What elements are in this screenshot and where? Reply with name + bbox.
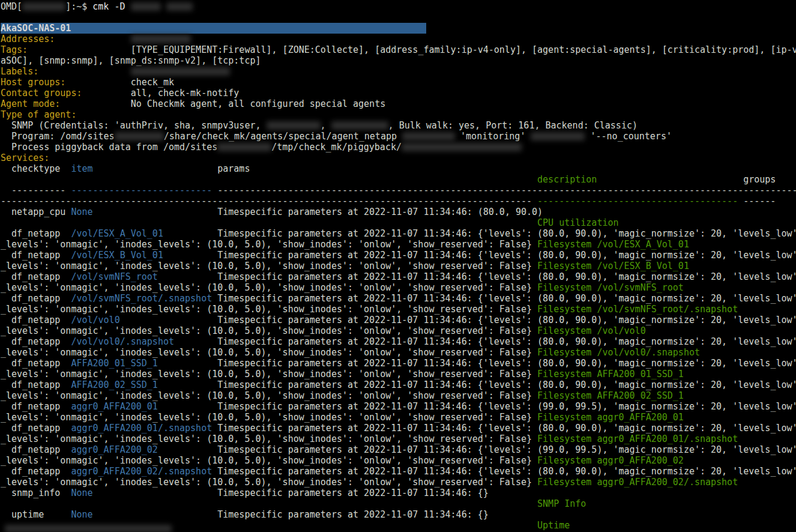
cell-description: Filesystem aggr0_AFFA200_01/.snapshot [537,434,738,444]
cell-params: Timespecific parameters at 2022-11-07 11… [217,379,796,390]
cell-description: CPU utilization [537,217,618,228]
service-row-wrap: _levels': 'onmagic', 'inodes_levels': (1… [1,412,796,423]
service-row-wrap: _levels': 'onmagic', 'inodes_levels': (1… [1,369,796,379]
cell-checktype: df_netapp [1,466,71,477]
agent-piggyback-line: Process piggyback data from /omd/sites/t… [1,142,796,153]
terminal-text [65,77,130,88]
col-header-checktype: checktype [1,163,71,174]
cell-params-continuation: _levels': 'onmagic', 'inodes_levels': (1… [1,369,537,379]
cell-params-continuation: _levels': 'onmagic', 'inodes_levels': (1… [1,282,537,293]
cell-params: Timespecific parameters at 2022-11-07 11… [217,293,796,304]
attr-value-agent-mode: No Checkmk agent, all configured special… [131,98,385,109]
service-row: df_netapp aggr0_AFFA200_02/.snapshot Tim… [1,466,796,477]
cell-params-continuation: _levels': 'onmagic', 'inodes_levels': (1… [1,325,537,336]
service-row: uptime None Timespecific parameters at 2… [1,509,796,520]
service-row-wrap: _levels': 'onmagic', 'inodes_levels': (1… [1,261,796,271]
service-row-wrap: _levels': 'onmagic', 'inodes_levels': (1… [1,434,796,444]
cell-params: Timespecific parameters at 2022-11-07 11… [217,271,796,282]
services-header-wrap: description groups [1,174,796,185]
cell-checktype: df_netapp [1,379,71,390]
separator-description: ------------------------------------- [537,196,738,207]
redacted-credential [331,121,388,130]
separator-checktype: ---------- [1,185,71,196]
attr-contact-groups: Contact groups: all, check-mk-notify [1,88,796,98]
service-row-wrap: CPU utilization [1,217,796,228]
host-header-line: AkaSOC-NAS-01 [1,23,796,34]
cell-checktype: df_netapp [1,358,71,369]
service-row-wrap: _levels': 'onmagic', 'inodes_levels': (1… [1,239,796,250]
cell-item: /vol/svmNFS_root/.snapshot [71,293,217,304]
cell-item: None [71,488,217,498]
attr-type-of-agent: Type of agent: [1,109,796,120]
services-separator-wrap: ----------------------------------------… [1,196,796,207]
cell-checktype: df_netapp [1,423,71,434]
cell-item: /vol/svmNFS_root [71,271,217,282]
col-header-item: item [71,163,217,174]
redacted-site-name [115,132,164,141]
cell-params-continuation [1,498,537,509]
cell-params: Timespecific parameters at 2022-11-07 11… [217,401,796,412]
attr-value-host-groups: check_mk [131,77,174,88]
service-row: df_netapp AFFA200_01_SSD_1 Timespecific … [1,358,796,369]
cell-item: aggr0_AFFA200_02 [71,444,217,455]
cell-item: None [71,509,217,520]
cell-params-continuation: _levels': 'onmagic', 'inodes_levels': (1… [1,412,537,423]
cell-params-continuation: _levels': 'onmagic', 'inodes_levels': (1… [1,239,537,250]
service-row-wrap: _levels': 'onmagic', 'inodes_levels': (1… [1,455,796,466]
attr-label-type-of-agent: Type of agent: [1,109,76,120]
attr-label-agent-mode: Agent mode: [1,98,60,109]
cell-item: aggr0_AFFA200_01 [71,401,217,412]
cell-params: Timespecific parameters at 2022-11-07 11… [217,336,796,347]
service-row: df_netapp /vol/svmNFS_root Timespecific … [1,271,796,282]
cell-checktype: netapp_cpu [1,207,71,217]
cell-checktype: df_netapp [1,444,71,455]
attr-agent-mode: Agent mode: No Checkmk agent, all config… [1,98,796,109]
attr-labels: Labels: [1,66,796,77]
agent-program-text: Program: /omd/sites [1,131,115,142]
agent-program-flag: '--no_counters' [585,131,672,142]
agent-piggyback-path: /tmp/check_mk/piggyback/ [271,142,402,153]
cell-params: Timespecific parameters at 2022-11-07 11… [217,488,489,498]
cell-description: Uptime [537,520,570,531]
cell-checktype: df_netapp [1,336,71,347]
cell-params-continuation: _levels': 'onmagic', 'inodes_levels': (1… [1,261,537,271]
service-row-wrap: _levels': 'onmagic', 'inodes_levels': (1… [1,325,796,336]
service-row-wrap: _levels': 'onmagic', 'inodes_levels': (1… [1,304,796,315]
attr-tags-wrap: aSOC], [snmp:snmp], [snmp_ds:snmp-v2], [… [1,55,796,66]
cell-params-continuation: _levels': 'onmagic', 'inodes_levels': (1… [1,434,537,444]
agent-piggyback-text: Process piggyback data from /omd/sites [1,142,217,153]
service-row: df_netapp /vol/vol0/.snapshot Timespecif… [1,336,796,347]
cell-params-continuation: _levels': 'onmagic', 'inodes_levels': (1… [1,390,537,401]
cell-description: Filesystem aggr0_AFFA200_01 [537,412,684,423]
section-label-services: Services: [1,153,49,163]
separator-item: -------------------------- [71,185,212,196]
host-header-bar: AkaSOC-NAS-01 [1,23,426,34]
cell-params: Timespecific parameters at 2022-11-07 11… [217,423,796,434]
cell-params: Timespecific parameters at 2022-11-07 11… [217,250,796,261]
cell-description: Filesystem /vol/vol0 [537,325,646,336]
redacted-credential [267,121,321,130]
cell-checktype: df_netapp [1,271,71,282]
service-row-wrap: _levels': 'onmagic', 'inodes_levels': (1… [1,282,796,293]
terminal-text [82,88,130,98]
command-text: cmk -D [92,1,130,12]
cell-checktype: df_netapp [1,228,71,239]
cell-item: aggr0_AFFA200_01/.snapshot [71,423,217,434]
cell-description: Filesystem /vol/ESX_B_Vol_01 [537,261,689,271]
cell-item: /vol/ESX_A_Vol_01 [71,228,217,239]
cell-params-continuation [1,217,537,228]
attr-label-contact-groups: Contact groups: [1,88,82,98]
service-row: df_netapp aggr0_AFFA200_01/.snapshot Tim… [1,423,796,434]
terminal-screen[interactable]: OMD[]:~$ cmk -D AkaSOC-NAS-01Addresses: … [0,0,796,532]
redacted-site-name [22,2,65,11]
cell-params: Timespecific parameters at 2022-11-07 11… [217,466,796,477]
cell-description: Filesystem aggr0_AFFA200_02 [537,455,684,466]
service-row: df_netapp AFFA200_02_SSD_1 Timespecific … [1,379,796,390]
agent-program-path: /share/check_mk/agents/special/agent_net… [164,131,402,142]
redacted-next-prompt [5,525,172,532]
service-row: netapp_cpu None Timespecific parameters … [1,207,796,217]
prompt-line: OMD[]:~$ cmk -D [1,1,796,12]
cell-checktype: df_netapp [1,315,71,325]
attr-label-addresses: Addresses: [1,34,55,44]
services-heading: Services: [1,153,796,163]
